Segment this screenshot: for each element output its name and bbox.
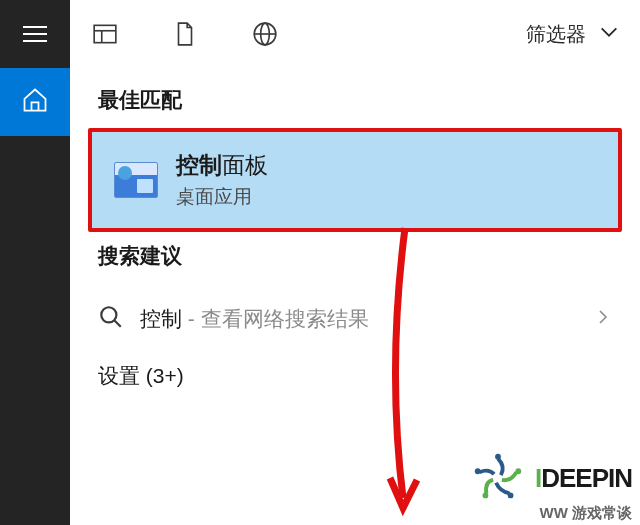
menu-button[interactable] bbox=[0, 0, 70, 68]
document-icon bbox=[172, 21, 198, 47]
svg-point-12 bbox=[475, 468, 481, 474]
search-suggestions-header: 搜索建议 bbox=[70, 232, 640, 284]
home-icon bbox=[21, 86, 49, 118]
web-button[interactable] bbox=[250, 19, 280, 49]
watermark-sub: WW 游戏常谈 bbox=[540, 504, 632, 523]
chevron-down-icon bbox=[598, 21, 620, 48]
document-button[interactable] bbox=[170, 19, 200, 49]
result-control-panel[interactable]: 控制面板 桌面应用 bbox=[92, 132, 618, 228]
control-panel-icon bbox=[114, 162, 158, 198]
sidebar bbox=[0, 0, 70, 525]
filter-dropdown[interactable]: 筛选器 bbox=[526, 21, 620, 48]
watermark-brand: IDEEPIN bbox=[535, 463, 632, 494]
watermark: IDEEPIN bbox=[469, 449, 632, 507]
search-text: 控制 - 查看网络搜索结果 bbox=[140, 305, 369, 333]
settings-label[interactable]: 设置 (3+) bbox=[70, 354, 640, 398]
search-suggestions-section: 搜索建议 控制 - 查看网络搜索结果 bbox=[70, 232, 640, 354]
chevron-right-icon bbox=[594, 308, 612, 330]
content-area: 筛选器 最佳匹配 控制面板 桌面应用 搜索建议 bbox=[70, 0, 640, 525]
apps-button[interactable] bbox=[90, 19, 120, 49]
result-text: 控制面板 桌面应用 bbox=[176, 150, 268, 210]
toolbar: 筛选器 bbox=[70, 0, 640, 68]
search-suggestion-item[interactable]: 控制 - 查看网络搜索结果 bbox=[70, 284, 640, 354]
highlight-box: 控制面板 桌面应用 bbox=[88, 128, 622, 232]
svg-line-7 bbox=[114, 320, 121, 327]
svg-point-9 bbox=[515, 468, 521, 474]
svg-point-6 bbox=[101, 307, 116, 322]
globe-icon bbox=[252, 21, 278, 47]
svg-rect-0 bbox=[94, 25, 116, 42]
filter-label: 筛选器 bbox=[526, 21, 586, 48]
watermark-logo-icon bbox=[469, 449, 527, 507]
search-icon bbox=[98, 304, 124, 334]
hamburger-icon bbox=[23, 26, 47, 42]
home-button[interactable] bbox=[0, 68, 70, 136]
apps-icon bbox=[92, 21, 118, 47]
result-title: 控制面板 bbox=[176, 150, 268, 181]
svg-point-11 bbox=[482, 493, 488, 499]
svg-point-8 bbox=[495, 454, 501, 460]
svg-point-10 bbox=[508, 493, 514, 499]
best-match-header: 最佳匹配 bbox=[70, 68, 640, 128]
result-subtitle: 桌面应用 bbox=[176, 184, 268, 210]
